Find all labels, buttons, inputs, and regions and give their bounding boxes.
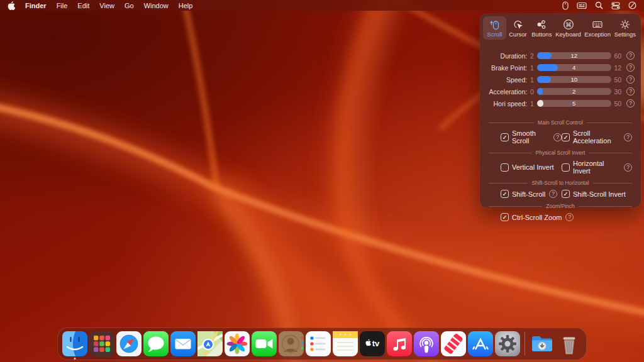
tab-exception[interactable]: Exception [583, 16, 613, 40]
help-icon[interactable]: ? [626, 87, 635, 96]
slider-label: Speed: [486, 76, 527, 84]
dock-item-music[interactable] [387, 331, 412, 356]
dock-item-contacts[interactable] [279, 331, 304, 356]
checkbox-horizontal-invert[interactable]: Horizontal Invert ? [562, 160, 632, 175]
slider-min: 1 [527, 64, 537, 72]
checkbox-shift-scroll[interactable]: ✓ Shift-Scroll ? [501, 190, 562, 198]
dock-item-safari[interactable] [116, 331, 142, 356]
dock-item-facetime[interactable] [252, 331, 277, 356]
checkbox-box[interactable]: ✓ [562, 133, 570, 141]
dock-item-app-store[interactable] [468, 331, 493, 356]
slider-max: 12 [611, 64, 625, 72]
duration-slider[interactable]: 12 [537, 52, 611, 59]
slider-label: Hori speed: [486, 100, 527, 107]
tab-keyboard[interactable]: ⌘ Keyboard [554, 16, 583, 40]
trash-icon [557, 331, 582, 356]
checkbox-label: Shift-Scroll Invert [573, 190, 626, 198]
apple-menu[interactable] [8, 1, 15, 10]
dock-item-system-settings[interactable] [495, 331, 520, 356]
maps-icon [197, 331, 223, 356]
help-icon[interactable]: ? [626, 52, 635, 60]
dock-item-reminders[interactable] [306, 331, 331, 356]
help-icon[interactable]: ? [549, 190, 557, 198]
hori-speed-slider[interactable]: 5 [537, 100, 611, 107]
checkbox-scroll-acceleration[interactable]: ✓ Scroll Acceleration ? [562, 129, 632, 145]
checkbox-box[interactable] [562, 163, 570, 172]
facetime-icon [252, 331, 277, 356]
control-center-icon[interactable] [611, 2, 620, 9]
tab-settings[interactable]: Settings [613, 16, 638, 40]
menu-item-help[interactable]: Help [179, 2, 193, 9]
help-icon[interactable]: ? [626, 75, 635, 84]
checkbox-smooth-scroll[interactable]: ✓ Smooth Scroll ? [501, 129, 562, 145]
slider-min: 0 [527, 88, 537, 96]
checkbox-ctrl-scroll-zoom[interactable]: ✓ Ctrl-Scroll Zoom ? [501, 213, 574, 221]
spotlight-icon[interactable] [595, 1, 603, 9]
slider-group: Duration: 2 12 60 ? Brake Point: 1 4 12 … [480, 40, 641, 109]
menu-item-edit[interactable]: Edit [77, 2, 89, 9]
help-icon[interactable]: ? [626, 99, 635, 107]
help-icon[interactable]: ? [624, 163, 632, 172]
dock-item-downloads[interactable] [530, 331, 555, 356]
checkbox-row: Vertical Invert Horizontal Invert ? [489, 160, 632, 175]
checkbox-label: Scroll Acceleration [573, 129, 620, 145]
slider-label: Brake Point: [486, 64, 527, 72]
tab-label: Scroll [487, 31, 502, 38]
keyboard-grid-icon [592, 19, 603, 30]
command-key-icon: ⌘ [563, 19, 574, 30]
slider-row-duration: Duration: 2 12 60 ? [486, 50, 635, 62]
scroll-settings-popover: Scroll Cursor Buttons ⌘ Keyboard Excepti… [480, 14, 641, 207]
news-icon [441, 331, 466, 356]
speed-slider[interactable]: 10 [537, 76, 611, 83]
tab-cursor[interactable]: Cursor [506, 16, 530, 40]
help-icon[interactable]: ? [626, 63, 635, 72]
downloads-folder-icon [530, 331, 555, 356]
acceleration-slider[interactable]: 2 [537, 88, 611, 95]
dock-item-launchpad[interactable] [89, 331, 114, 356]
tab-label: Exception [584, 31, 611, 38]
dock-item-finder[interactable] [62, 331, 87, 356]
checkbox-vertical-invert[interactable]: Vertical Invert [501, 160, 562, 175]
menu-item-view[interactable]: View [99, 2, 114, 9]
menu-item-window[interactable]: Window [144, 2, 169, 9]
section-divider: Main Scroll Control [489, 119, 632, 126]
brake-point-slider[interactable]: 4 [537, 64, 611, 71]
checkbox-shift-scroll-invert[interactable]: ✓ Shift-Scroll Invert [562, 190, 626, 198]
keyboard-input-icon[interactable] [577, 2, 587, 9]
checkbox-box[interactable]: ✓ [501, 190, 509, 198]
dock-item-podcasts[interactable] [414, 331, 439, 356]
help-icon[interactable]: ? [565, 213, 574, 221]
tab-buttons[interactable]: Buttons [530, 16, 554, 40]
menu-item-file[interactable]: File [57, 2, 68, 9]
slider-min: 2 [527, 52, 537, 60]
slider-row-brake-point: Brake Point: 1 4 12 ? [486, 62, 635, 74]
checkbox-box[interactable]: ✓ [501, 133, 509, 141]
mouse-icon[interactable] [562, 1, 569, 10]
gear-icon [619, 19, 631, 30]
checkbox-label: Horizontal Invert [573, 160, 620, 175]
dock-item-notes[interactable] [333, 331, 358, 356]
tab-scroll[interactable]: Scroll [483, 16, 506, 40]
help-icon[interactable]: ? [553, 133, 562, 141]
dock-item-trash[interactable] [557, 331, 582, 356]
dock-item-news[interactable] [441, 331, 466, 356]
running-indicator [74, 358, 76, 359]
checkbox-box[interactable]: ✓ [562, 190, 570, 198]
dock-item-maps[interactable] [197, 331, 223, 356]
checkbox-box[interactable] [501, 163, 509, 172]
dock-item-tv[interactable]: tv [360, 331, 385, 356]
photos-icon [225, 331, 250, 356]
checkbox-box[interactable]: ✓ [501, 213, 509, 221]
menu-item-active-app[interactable]: Finder [25, 2, 47, 9]
podcasts-icon [414, 331, 439, 356]
dock-item-photos[interactable] [225, 331, 250, 356]
app-store-icon [468, 331, 493, 356]
checkbox-row: ✓ Ctrl-Scroll Zoom ? [489, 213, 632, 221]
dock-item-messages[interactable] [143, 331, 169, 356]
help-icon[interactable]: ? [624, 133, 632, 141]
menu-item-go[interactable]: Go [125, 2, 134, 9]
system-settings-icon [495, 331, 520, 356]
mail-icon [170, 331, 196, 356]
dock-item-mail[interactable] [170, 331, 196, 356]
clock-icon[interactable] [628, 1, 636, 9]
